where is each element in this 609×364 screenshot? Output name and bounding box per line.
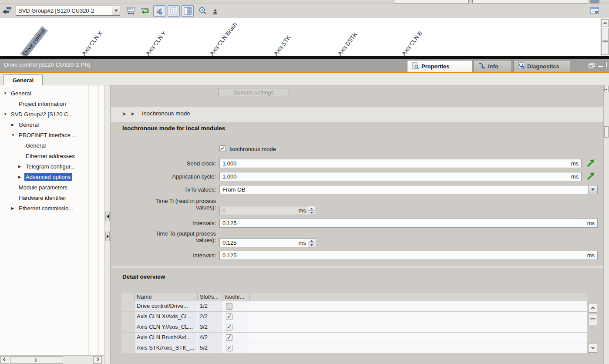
connect-network-icon[interactable]	[1, 5, 13, 17]
cell-slot[interactable]: 1/2	[198, 301, 222, 311]
collapse-left-button[interactable]	[105, 212, 110, 221]
panel-vertical-scrollbar[interactable]	[603, 85, 609, 364]
cell-isochronous[interactable]	[222, 333, 250, 343]
tree-item[interactable]: Module parameters	[0, 182, 104, 192]
row-handle[interactable]	[121, 322, 135, 332]
tree-item[interactable]: ▼ PROFINET interface ...	[0, 130, 104, 140]
cell-slot[interactable]: 2/2	[198, 312, 222, 322]
tree-item[interactable]: Ethernet addresses	[0, 151, 104, 161]
scroll-up-button[interactable]	[604, 86, 609, 92]
scroll-thumb[interactable]	[10, 356, 63, 364]
row-handle[interactable]	[121, 301, 135, 311]
isochronous-mode-checkbox[interactable]	[219, 145, 226, 152]
isochronous-row-checkbox[interactable]	[226, 345, 232, 351]
isochronous-row-checkbox[interactable]	[226, 324, 232, 330]
cell-name[interactable]: Axis CLN Brush/Axi...	[135, 333, 198, 343]
table-row[interactable]: Axis CLN Brush/Axi... 4/2	[121, 333, 587, 343]
module-label[interactable]: Drive control	[20, 26, 48, 56]
dock-panel-icon[interactable]	[589, 5, 601, 17]
tab-properties[interactable]: Properties	[407, 60, 472, 72]
restore-window-icon[interactable]	[589, 63, 595, 70]
device-selector-dropdown-arrow-icon[interactable]	[112, 6, 120, 15]
cell-name[interactable]: Axis CLN Y/Axis_CL...	[135, 322, 198, 332]
intervals-to-field[interactable]: 0.125 ms	[219, 251, 598, 260]
tab-diagnostics[interactable]: Diagnostics	[513, 60, 570, 72]
page-columns-icon[interactable]	[182, 5, 194, 17]
tree-expand-icon[interactable]: ▶	[18, 175, 24, 179]
tree-expand-icon[interactable]: ▶	[11, 123, 17, 127]
column-header-name[interactable]: Name	[135, 293, 198, 301]
table-row[interactable]: Axis CLN Y/Axis_CL... 3/2	[121, 322, 587, 332]
panel-splitter[interactable]	[104, 85, 111, 364]
tree-expand-icon[interactable]: ▼	[3, 91, 10, 95]
row-handle[interactable]	[121, 343, 135, 353]
tree-expand-icon[interactable]: ▼	[3, 112, 10, 116]
module-label[interactable]: Axis CLN Y	[143, 28, 169, 56]
cell-slot[interactable]: 5/2	[198, 343, 222, 353]
tree-item[interactable]: Project information	[0, 98, 104, 109]
device-view-vertical-scrollbar[interactable]	[600, 18, 609, 56]
tab-info[interactable]: i Info	[474, 60, 512, 72]
table-row[interactable]: Axis CLN X/Axis_CL... 2/2	[121, 312, 587, 322]
device-selector[interactable]: SVD Group#2 [S120 CU320-2	[16, 6, 120, 16]
zoom-fit-icon[interactable]: ±	[209, 5, 221, 17]
table-row[interactable]: Axis STK/Axis_STK_... 5/2	[121, 343, 587, 353]
isochronous-row-checkbox[interactable]	[226, 313, 232, 320]
tree-item[interactable]: ▼ General	[0, 88, 104, 98]
scroll-down-button[interactable]	[588, 343, 597, 353]
scroll-up-button[interactable]	[601, 19, 609, 27]
module-label[interactable]: Axis CLN Brush	[207, 20, 240, 56]
tree-item[interactable]: General	[0, 140, 104, 151]
highlight-edit-icon[interactable]	[153, 5, 165, 17]
cell-name[interactable]: Drive control/Drive...	[135, 301, 198, 311]
tree-item[interactable]: ▶ Ethernet commissio...	[0, 203, 104, 213]
module-label[interactable]: Axis DSTK	[335, 30, 360, 56]
module-label[interactable]: Axis STK	[271, 33, 293, 56]
tree-expand-icon[interactable]: ▼	[11, 133, 17, 137]
addresses-icon[interactable]	[125, 5, 137, 17]
module-label[interactable]: Axis CLN X	[79, 28, 105, 56]
row-handle[interactable]	[121, 312, 135, 322]
send-clock-field[interactable]: 1.000 ms	[219, 159, 582, 168]
application-cycle-field[interactable]: 1.000 ms	[219, 172, 582, 181]
tree-expand-icon[interactable]: ▶	[11, 206, 17, 210]
intervals-ti-field[interactable]: 0.125 ms	[219, 219, 598, 228]
cell-name[interactable]: Axis CLN X/Axis_CL...	[135, 312, 198, 322]
column-header-isochronous[interactable]: Isochr...	[222, 293, 250, 301]
minimize-window-icon[interactable]	[598, 66, 603, 67]
isochronous-row-checkbox[interactable]	[226, 334, 232, 341]
scroll-thumb[interactable]	[601, 28, 609, 55]
cell-name[interactable]: Axis STK/Axis_STK_...	[135, 343, 198, 353]
isochronous-row-checkbox[interactable]	[226, 303, 232, 310]
time-to-field[interactable]: 0.125 ms	[219, 238, 316, 247]
cell-isochronous[interactable]	[222, 343, 250, 353]
time-to-stepper[interactable]	[308, 239, 315, 247]
tree-item[interactable]: ▶ Telegram configur...	[0, 161, 104, 172]
row-handle[interactable]	[121, 333, 135, 343]
subtab-general[interactable]: General	[3, 74, 43, 86]
cell-slot[interactable]: 4/2	[198, 333, 222, 343]
scroll-right-button[interactable]	[93, 356, 102, 364]
column-header-slot[interactable]: Slot/s...	[198, 293, 222, 301]
sync-domain-link-arrow-icon[interactable]	[586, 158, 596, 168]
station-names-icon[interactable]: NAME	[139, 5, 151, 17]
scroll-thumb[interactable]	[588, 314, 597, 325]
tree-expand-icon[interactable]: ▶	[18, 165, 24, 169]
cell-isochronous[interactable]	[222, 312, 250, 322]
zoom-in-icon[interactable]	[197, 5, 209, 17]
module-label[interactable]: Axis CLN B	[399, 28, 425, 56]
chevron-down-icon[interactable]	[588, 185, 597, 194]
cell-slot[interactable]: 3/2	[198, 322, 222, 332]
scroll-left-button[interactable]	[0, 356, 9, 364]
tree-item[interactable]: ▼ SVD Group#2 [S120 C...	[0, 109, 104, 119]
grid-view-icon[interactable]	[168, 5, 180, 17]
tree-item[interactable]: Hardware identifier	[0, 192, 104, 203]
tree-item[interactable]: ▶ General	[0, 119, 104, 130]
ti-to-values-dropdown[interactable]: From OB	[219, 185, 598, 194]
tree-horizontal-scrollbar[interactable]	[0, 355, 104, 364]
cell-isochronous[interactable]	[222, 301, 250, 311]
scroll-up-button[interactable]	[588, 303, 597, 313]
cell-isochronous[interactable]	[222, 322, 250, 332]
time-ti-stepper[interactable]	[308, 206, 315, 215]
section-chevron-icon[interactable]: >	[122, 111, 126, 117]
